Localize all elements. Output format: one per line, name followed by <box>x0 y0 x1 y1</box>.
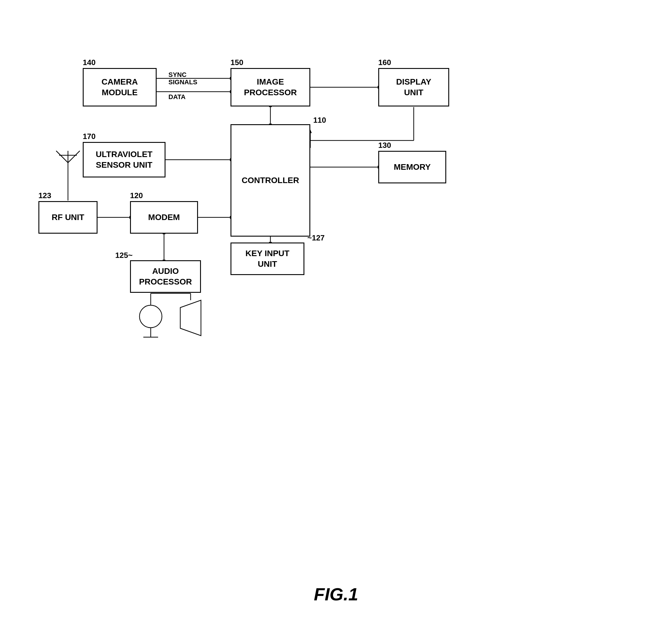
rf-unit-block: RF UNIT <box>39 201 98 234</box>
svg-text:110: 110 <box>313 116 326 125</box>
svg-line-53 <box>68 151 80 163</box>
controller-block: CONTROLLER <box>230 124 310 237</box>
modem-label: MODEM <box>148 212 180 223</box>
modem-block: MODEM <box>130 201 198 234</box>
svg-text:150: 150 <box>230 58 243 67</box>
figure-label: FIG.1 <box>314 584 358 605</box>
svg-line-52 <box>56 151 68 163</box>
display-unit-label: DISPLAYUNIT <box>396 77 431 98</box>
svg-text:125~: 125~ <box>115 251 133 260</box>
audio-processor-block: AUDIOPROCESSOR <box>130 260 201 293</box>
display-unit-block: DISPLAYUNIT <box>378 68 449 106</box>
key-input-unit-block: KEY INPUTUNIT <box>230 243 304 275</box>
svg-marker-37 <box>180 300 201 336</box>
image-processor-block: IMAGEPROCESSOR <box>230 68 310 106</box>
svg-text:140: 140 <box>83 58 95 67</box>
svg-text:DATA: DATA <box>168 93 185 101</box>
svg-text:160: 160 <box>378 58 391 67</box>
memory-label: MEMORY <box>394 162 431 172</box>
camera-module-block: CAMERA MODULE <box>83 68 156 106</box>
svg-text:SYNC: SYNC <box>168 71 186 78</box>
svg-text:123: 123 <box>39 191 51 200</box>
ultraviolet-sensor-label: ULTRAVIOLETSENSOR UNIT <box>96 149 152 171</box>
diagram-container: SYNC SIGNALS DATA <box>24 24 644 585</box>
svg-point-34 <box>139 305 162 328</box>
controller-label: CONTROLLER <box>242 175 299 186</box>
camera-module-label: CAMERA MODULE <box>84 77 156 98</box>
image-processor-label: IMAGEPROCESSOR <box>244 77 297 98</box>
audio-processor-label: AUDIOPROCESSOR <box>139 266 192 288</box>
key-input-unit-label: KEY INPUTUNIT <box>245 248 289 270</box>
arrows-svg: SYNC SIGNALS DATA <box>24 24 644 585</box>
svg-text:SIGNALS: SIGNALS <box>168 78 197 86</box>
svg-text:130: 130 <box>378 141 391 150</box>
memory-block: MEMORY <box>378 151 446 183</box>
rf-unit-label: RF UNIT <box>52 212 84 223</box>
svg-text:170: 170 <box>83 132 95 141</box>
ultraviolet-sensor-block: ULTRAVIOLETSENSOR UNIT <box>83 142 165 177</box>
svg-text:120: 120 <box>130 191 143 200</box>
